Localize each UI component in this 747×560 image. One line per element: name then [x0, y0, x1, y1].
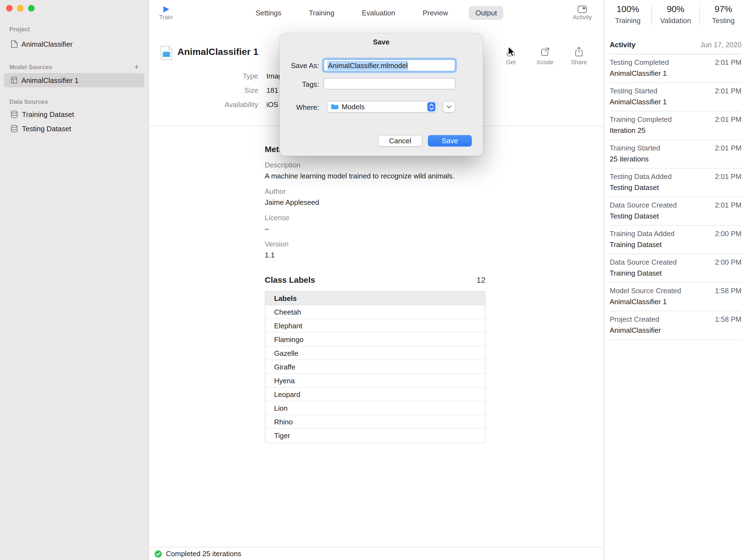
class-labels-count: 12 [476, 275, 486, 285]
sidebar-item-animalclassifier-1[interactable]: AnimalClassifier 1 [4, 73, 145, 87]
event-subtitle: AnimalClassifier 1 [610, 69, 742, 77]
activity-event[interactable]: Training Completed2:01 PM Iteration 25 [610, 111, 742, 140]
share-icon [566, 46, 592, 57]
version-label: Version [265, 240, 603, 248]
save-as-input[interactable]: AnimalClassifier.mlmodel [324, 59, 455, 71]
sidebar-item-label: AnimalClassifier [21, 40, 73, 48]
tab-evaluation[interactable]: Evaluation [355, 6, 402, 20]
activity-event[interactable]: Training Data Added2:00 PM Training Data… [610, 225, 742, 254]
metric-value: 100% [604, 4, 651, 14]
event-time: 2:01 PM [715, 172, 742, 181]
metric-testing: 97% Testing [700, 4, 747, 25]
event-title: Testing Data Added [610, 172, 672, 181]
metric-validation: 90% Validation [652, 4, 699, 25]
where-label: Where: [280, 103, 319, 111]
minimize-button[interactable] [17, 5, 24, 11]
activity-event[interactable]: Project Created1:58 PM AnimalClassifier [610, 311, 742, 340]
event-title: Testing Completed [610, 58, 669, 66]
activity-event[interactable]: Testing Data Added2:01 PM Testing Datase… [610, 168, 742, 197]
xcode-button[interactable]: Xcode [532, 46, 558, 65]
sidebar-item-training-dataset[interactable]: Training Dataset [4, 107, 145, 121]
table-row[interactable]: Gazelle [265, 346, 485, 360]
where-value: Models [342, 103, 424, 111]
where-popup-button[interactable]: Models [327, 101, 437, 112]
activity-title: Activity [610, 41, 636, 49]
table-row[interactable]: Leopard [265, 388, 485, 401]
section-title: Project [9, 26, 30, 32]
table-row[interactable]: Cheetah [265, 305, 485, 319]
event-title: Project Created [610, 315, 660, 323]
event-time: 2:00 PM [715, 230, 742, 238]
event-subtitle: Testing Dataset [610, 212, 742, 220]
tags-input[interactable] [324, 78, 455, 89]
sidebar: Project AnimalClassifier Model Sources +… [0, 0, 149, 560]
status-bar: Completed 25 iterations [149, 547, 603, 560]
tab-settings[interactable]: Settings [249, 6, 288, 20]
expand-save-panel-button[interactable] [443, 101, 455, 112]
activity-event[interactable]: Data Source Created2:01 PM Testing Datas… [610, 197, 742, 225]
tab-preview[interactable]: Preview [416, 6, 455, 20]
activity-label: Activity [570, 14, 594, 20]
activity-toggle-button[interactable]: Activity [570, 4, 594, 20]
section-title: Data Sources [9, 98, 48, 105]
event-time: 2:01 PM [715, 144, 742, 152]
event-subtitle: 25 iterations [610, 155, 742, 163]
activity-panel: 100% Training 90% Validation 97% Testing… [603, 0, 747, 560]
version-value: 1.1 [265, 251, 603, 259]
table-row[interactable]: Tiger [265, 429, 485, 443]
close-button[interactable] [6, 5, 12, 11]
cancel-button[interactable]: Cancel [378, 135, 422, 146]
selected-text: AnimalClassifier.mlmodel [327, 61, 408, 70]
table-row[interactable]: Hyena [265, 374, 485, 388]
table-row[interactable]: Rhino [265, 415, 485, 429]
activity-event[interactable]: Testing Completed2:01 PM AnimalClassifie… [610, 54, 742, 83]
success-check-icon [154, 550, 162, 558]
metric-training: 100% Training [604, 4, 651, 25]
sidebar-item-testing-dataset[interactable]: Testing Dataset [4, 121, 145, 136]
table-row[interactable]: Lion [265, 401, 485, 415]
dataset-icon [10, 110, 18, 118]
event-subtitle: Testing Dataset [610, 183, 742, 192]
add-model-source-button[interactable]: + [134, 64, 139, 70]
dialog-title: Save [280, 33, 483, 46]
table-row[interactable]: Giraffe [265, 360, 485, 374]
mlmodel-file-icon [160, 46, 173, 62]
sidebar-item-label: Training Dataset [22, 110, 74, 118]
tab-output[interactable]: Output [469, 6, 504, 20]
metric-label: Testing [700, 17, 747, 25]
event-time: 2:00 PM [715, 258, 742, 266]
field-label-type: Type [149, 69, 258, 83]
sidebar-section-project: Project [4, 25, 145, 33]
author-value: Jaime Appleseed [265, 198, 603, 207]
event-time: 1:58 PM [715, 287, 742, 295]
share-label: Share [566, 59, 592, 65]
event-time: 1:58 PM [715, 315, 742, 323]
save-button[interactable]: Save [428, 135, 472, 146]
activity-event[interactable]: Data Source Created2:00 PM Training Data… [610, 254, 742, 283]
popup-stepper-icon [427, 102, 436, 111]
table-row[interactable]: Flamingo [265, 333, 485, 346]
create-ml-window: Project AnimalClassifier Model Sources +… [0, 0, 747, 560]
zoom-button[interactable] [28, 5, 34, 11]
metric-value: 90% [652, 4, 699, 14]
license-label: License [265, 214, 603, 222]
share-button[interactable]: Share [566, 46, 592, 65]
tab-training[interactable]: Training [302, 6, 341, 20]
table-row[interactable]: Elephant [265, 319, 485, 333]
class-labels-header-row: Class Labels 12 [265, 275, 486, 285]
activity-event[interactable]: Testing Started2:01 PM AnimalClassifier … [610, 83, 742, 111]
metric-label: Validation [652, 17, 699, 25]
output-content: Metadata Description A machine learning … [149, 144, 603, 443]
field-label-availability: Availability [149, 98, 258, 112]
activity-event[interactable]: Training Started2:01 PM 25 iterations [610, 140, 742, 168]
event-subtitle: AnimalClassifier 1 [610, 98, 742, 106]
open-in-xcode-icon [532, 46, 558, 57]
field-label-size: Size [149, 83, 258, 98]
event-time: 2:01 PM [715, 201, 742, 209]
section-title: Model Sources [9, 64, 52, 70]
train-button[interactable]: Train [154, 4, 178, 20]
activity-event[interactable]: Model Source Created1:58 PM AnimalClassi… [610, 283, 742, 311]
mouse-cursor [508, 46, 516, 60]
sidebar-item-animalclassifier[interactable]: AnimalClassifier [4, 37, 145, 51]
save-dialog: Save Save As: AnimalClassifier.mlmodel T… [280, 33, 483, 156]
